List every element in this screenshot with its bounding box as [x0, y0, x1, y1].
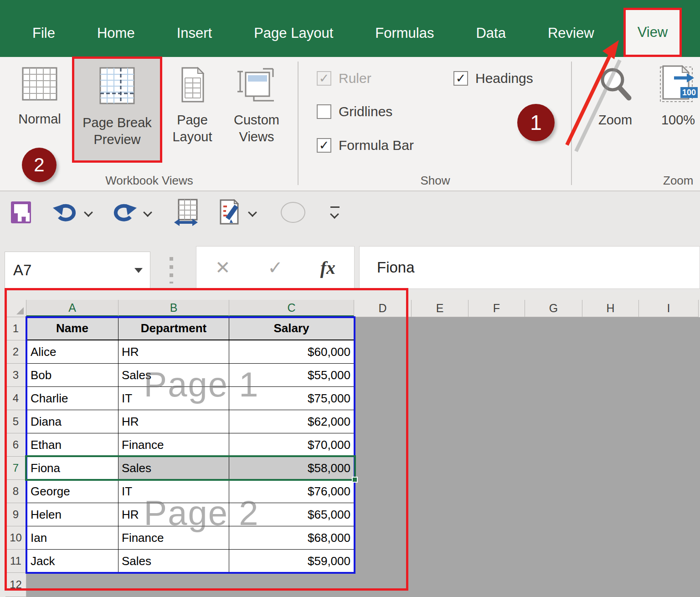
insert-function-icon[interactable]: fx	[320, 257, 335, 278]
row-header-2[interactable]: 2	[5, 340, 26, 364]
cell-A9[interactable]: Helen	[26, 503, 118, 526]
headings-checkbox-row[interactable]: ✓ Headings	[453, 71, 533, 86]
row-header-3[interactable]: 3	[5, 364, 26, 387]
column-header-c[interactable]: C	[229, 300, 354, 317]
cell-B6[interactable]: Finance	[118, 433, 229, 457]
row-header-8[interactable]: 8	[5, 480, 26, 503]
formula-bar-resize-handle[interactable]	[170, 257, 173, 283]
headings-checkbox[interactable]: ✓	[453, 71, 468, 86]
row-header-5[interactable]: 5	[5, 410, 26, 433]
tab-review[interactable]: Review	[536, 10, 606, 57]
column-width-icon[interactable]	[172, 199, 200, 226]
enter-icon[interactable]: ✓	[268, 257, 283, 278]
tab-file[interactable]: File	[21, 10, 67, 57]
formula-bar-checkbox[interactable]: ✓	[317, 138, 331, 153]
cell-B7[interactable]: Sales	[118, 457, 229, 480]
formula-bar-checkbox-row[interactable]: ✓ Formula Bar	[317, 138, 414, 153]
row-header-9[interactable]: 9	[5, 503, 26, 526]
formula-input[interactable]: Fiona	[359, 246, 700, 289]
cell-A5[interactable]: Diana	[26, 410, 118, 433]
custom-views-button[interactable]: Custom Views	[221, 57, 293, 145]
row-header-4[interactable]: 4	[5, 387, 26, 410]
ruler-checkbox-row[interactable]: ✓ Ruler	[317, 71, 371, 86]
column-header-a[interactable]: A	[26, 300, 118, 317]
tab-insert[interactable]: Insert	[165, 10, 224, 57]
cell-A6[interactable]: Ethan	[26, 433, 118, 457]
cell-C8[interactable]: $76,000	[229, 480, 354, 503]
page-layout-view-button[interactable]: Page Layout	[166, 57, 219, 145]
form-edit-icon[interactable]	[216, 199, 242, 226]
ruler-checkbox[interactable]: ✓	[317, 71, 331, 86]
redo-dropdown-chevron-icon[interactable]	[143, 209, 152, 216]
form-dropdown-chevron-icon[interactable]	[248, 209, 257, 216]
tab-data[interactable]: Data	[464, 10, 517, 57]
row-header-10[interactable]: 10	[5, 526, 26, 550]
row-header-6[interactable]: 6	[5, 433, 26, 457]
cell-B5[interactable]: HR	[118, 410, 229, 433]
column-header-g[interactable]: G	[525, 300, 582, 317]
cell-A8[interactable]: George	[26, 480, 118, 503]
column-header-h[interactable]: H	[582, 300, 639, 317]
cell-C11[interactable]: $59,000	[229, 550, 354, 573]
undo-icon[interactable]	[52, 201, 78, 224]
redo-icon[interactable]	[111, 201, 138, 224]
outside-print-area	[354, 340, 700, 364]
select-all-corner[interactable]	[5, 300, 26, 317]
zoom-100-label: 100%	[661, 112, 695, 129]
column-header-b[interactable]: B	[118, 300, 229, 317]
cell-C1[interactable]: Salary	[229, 317, 354, 340]
cell-B9[interactable]: HR	[118, 503, 229, 526]
row-header-11[interactable]: 11	[5, 550, 26, 573]
undo-dropdown-chevron-icon[interactable]	[84, 209, 93, 216]
page-break-preview-button[interactable]: Page Break Preview	[72, 57, 162, 163]
cell-A2[interactable]: Alice	[26, 340, 118, 364]
gridlines-checkbox-row[interactable]: Gridlines	[317, 104, 392, 119]
name-box-dropdown-icon[interactable]	[127, 252, 150, 288]
oval-shape-icon[interactable]	[281, 202, 305, 223]
normal-view-button[interactable]: Normal	[7, 57, 72, 128]
fill-handle[interactable]	[352, 477, 358, 483]
cell-B1[interactable]: Department	[118, 317, 229, 340]
cell-C10[interactable]: $68,000	[229, 526, 354, 550]
cell-C6[interactable]: $70,000	[229, 433, 354, 457]
tab-page-layout[interactable]: Page Layout	[242, 10, 345, 57]
cell-C2[interactable]: $60,000	[229, 340, 354, 364]
column-header-f[interactable]: F	[468, 300, 525, 317]
zoom-100-button[interactable]: 100 100%	[653, 57, 700, 129]
name-box[interactable]: A7	[5, 252, 150, 289]
cell-C3[interactable]: $55,000	[229, 364, 354, 387]
cell-A3[interactable]: Bob	[26, 364, 118, 387]
cell-B2[interactable]: HR	[118, 340, 229, 364]
column-header-i[interactable]: I	[639, 300, 699, 317]
cell-B8[interactable]: IT	[118, 480, 229, 503]
cell-C5[interactable]: $62,000	[229, 410, 354, 433]
row-header-1[interactable]: 1	[5, 317, 26, 340]
cell-C9[interactable]: $65,000	[229, 503, 354, 526]
cell-C4[interactable]: $75,000	[229, 387, 354, 410]
zoom-button[interactable]: Zoom	[586, 57, 645, 129]
column-header-d[interactable]: D	[354, 300, 412, 317]
tab-home[interactable]: Home	[85, 10, 147, 57]
cell-B3[interactable]: Sales	[118, 364, 229, 387]
cell-B4[interactable]: IT	[118, 387, 229, 410]
outside-print-area	[354, 480, 700, 503]
customize-qat-icon[interactable]	[329, 206, 341, 219]
tab-formulas[interactable]: Formulas	[363, 10, 446, 57]
outside-print-area	[354, 433, 700, 457]
cell-A10[interactable]: Ian	[26, 526, 118, 550]
row-header-7[interactable]: 7	[5, 457, 26, 480]
column-header-e[interactable]: E	[412, 300, 468, 317]
cell-A1[interactable]: Name	[26, 317, 118, 340]
cell-B10[interactable]: Finance	[118, 526, 229, 550]
row-header-12[interactable]: 12	[5, 573, 26, 597]
cell-A11[interactable]: Jack	[26, 550, 118, 573]
tab-view[interactable]: View	[626, 10, 680, 55]
cell-B11[interactable]: Sales	[118, 550, 229, 573]
cancel-icon[interactable]: ✕	[215, 257, 231, 278]
save-icon[interactable]	[11, 201, 31, 223]
cell-A7[interactable]: Fiona	[26, 457, 118, 480]
cell-C7[interactable]: $58,000	[229, 457, 354, 480]
gridlines-checkbox[interactable]	[317, 104, 331, 119]
quick-access-toolbar	[0, 191, 700, 233]
cell-A4[interactable]: Charlie	[26, 387, 118, 410]
